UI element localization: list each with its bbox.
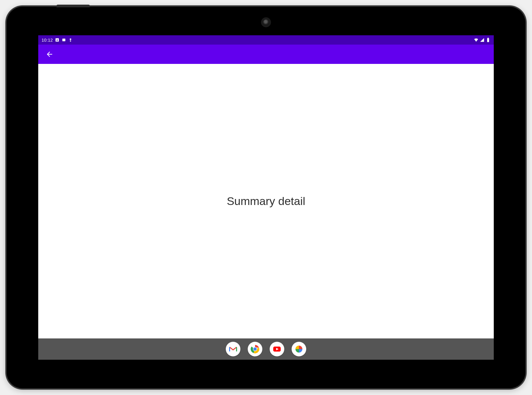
card-icon (62, 38, 66, 42)
status-clock: 10:12 (42, 38, 53, 43)
screen: 10:12 A (38, 35, 494, 360)
svg-point-8 (253, 347, 257, 351)
status-bar-right (474, 38, 490, 42)
sync-icon (68, 38, 73, 42)
tablet-device-frame: 10:12 A (7, 7, 525, 388)
status-bar-left: 10:12 A (42, 38, 73, 43)
svg-rect-2 (63, 39, 66, 41)
svg-rect-3 (487, 38, 489, 42)
front-camera (263, 19, 269, 25)
app-bar (38, 45, 494, 64)
tablet-bezel: 10:12 A (10, 10, 522, 385)
svg-text:A: A (57, 39, 58, 41)
notification-a-icon: A (55, 38, 60, 42)
battery-icon (486, 38, 490, 42)
content-text: Summary detail (227, 195, 305, 208)
arrow-back-icon (46, 50, 54, 58)
content-area: Summary detail (38, 64, 494, 338)
chrome-icon (250, 344, 260, 354)
dock-gmail-icon[interactable] (226, 342, 240, 356)
dock-chrome-icon[interactable] (248, 342, 262, 356)
wifi-icon (474, 38, 478, 42)
dock-youtube-icon[interactable] (270, 342, 284, 356)
gmail-icon (228, 344, 238, 354)
youtube-icon (272, 344, 282, 354)
back-button[interactable] (43, 48, 56, 61)
status-bar: 10:12 A (38, 35, 494, 45)
photos-icon (294, 344, 304, 354)
svg-rect-4 (488, 38, 488, 38)
dock-photos-icon[interactable] (292, 342, 306, 356)
navigation-bar (38, 338, 494, 360)
device-top-bump (57, 5, 90, 7)
signal-icon (480, 38, 484, 42)
